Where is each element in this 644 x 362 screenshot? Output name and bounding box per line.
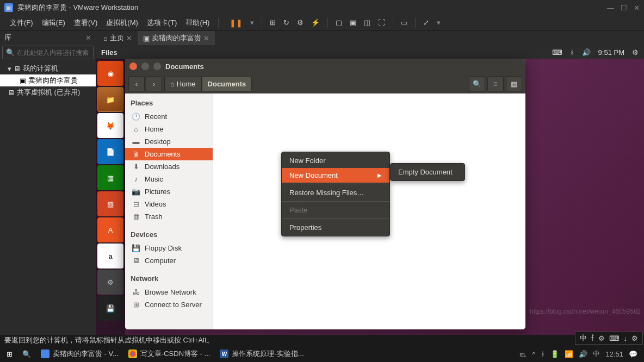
launcher-drive[interactable]: 💾: [97, 296, 123, 321]
minimize-button[interactable]: —: [607, 4, 614, 12]
list-view-button[interactable]: ≡: [487, 76, 504, 91]
menu-vm[interactable]: 虚拟机(M): [102, 18, 143, 28]
menu-edit[interactable]: 编辑(E): [38, 18, 70, 28]
expand-icon[interactable]: ▾: [8, 65, 11, 73]
close-tab-icon[interactable]: ✕: [126, 34, 132, 42]
sidebar-downloads[interactable]: ⬇Downloads: [125, 160, 213, 173]
launcher-dash[interactable]: ◉: [97, 61, 123, 86]
volume-icon[interactable]: 🔊: [582, 48, 591, 57]
sidebar-desktop[interactable]: ▬Desktop: [125, 135, 213, 148]
gear-icon[interactable]: ⚙: [632, 48, 639, 57]
search-button[interactable]: 🔍: [18, 346, 35, 361]
tray-battery-icon[interactable]: 🔋: [550, 350, 559, 358]
menu-file[interactable]: 文件(F): [5, 18, 38, 28]
sidebar-browse-network[interactable]: 🖧Browse Network: [125, 286, 213, 298]
taskbar-browser[interactable]: 写文章-CSDN博客 - ...: [124, 346, 215, 361]
sidebar-documents[interactable]: 🗎Documents: [125, 148, 213, 160]
clock[interactable]: 9:51 PM: [598, 48, 624, 57]
ime-icon[interactable]: ⚙: [631, 334, 638, 342]
unity-icon[interactable]: ◫: [364, 18, 370, 27]
tab-home[interactable]: ⌂ 主页 ✕: [98, 31, 138, 45]
search-button[interactable]: 🔍: [469, 76, 485, 91]
grid-view-button[interactable]: ▦: [506, 76, 522, 91]
maximize-button[interactable]: ☐: [621, 4, 627, 12]
ctx-new-folder[interactable]: New Folder: [282, 153, 389, 168]
tray-notifications-icon[interactable]: 💬: [629, 350, 637, 358]
path-home[interactable]: ⌂Home: [164, 77, 202, 91]
usb-icon[interactable]: ⚡: [311, 18, 320, 27]
back-button[interactable]: ‹: [128, 76, 145, 91]
sidebar-home[interactable]: ⌂Home: [125, 123, 213, 135]
single-window-icon[interactable]: ▢: [336, 18, 342, 27]
ime-tray[interactable]: 中 ḟ ⚙ ⌨ ↓ ⚙: [575, 332, 643, 345]
ubuntu-app-name[interactable]: Files: [101, 48, 117, 57]
snapshot-icon[interactable]: ⊞: [270, 18, 276, 27]
launcher-software[interactable]: A: [97, 217, 123, 242]
library-search[interactable]: 🔍 ▾: [2, 46, 94, 59]
launcher-settings[interactable]: ⚙: [97, 270, 123, 295]
sidebar-connect-server[interactable]: ⊞Connect to Server: [125, 298, 213, 311]
sidebar-pictures[interactable]: 📷Pictures: [125, 185, 213, 198]
tree-vm-selected[interactable]: ▣ 卖猪肉的李富贵: [0, 74, 96, 86]
tree-shared-vms[interactable]: 🖥 共享虚拟机 (已弃用): [0, 86, 96, 98]
taskbar-word[interactable]: W操作系统原理-实验指...: [215, 346, 308, 361]
launcher-impress[interactable]: ▧: [97, 191, 123, 216]
launcher-firefox[interactable]: 🦊: [97, 113, 123, 138]
fullscreen-icon[interactable]: ⛶: [378, 18, 385, 27]
start-button[interactable]: ⊞: [2, 346, 17, 361]
tray-icon[interactable]: ℡: [519, 350, 527, 358]
menu-tabs[interactable]: 选项卡(T): [143, 18, 182, 28]
window-minimize-button[interactable]: [141, 63, 149, 70]
keyboard-icon[interactable]: ⌨: [552, 48, 562, 57]
tab-vm[interactable]: ▣ 卖猪肉的李富贵 ✕: [138, 31, 215, 45]
tray-bluetooth-icon[interactable]: ᚼ: [541, 350, 545, 358]
console-icon[interactable]: ▭: [401, 18, 407, 27]
close-panel-icon[interactable]: ✕: [85, 34, 91, 42]
sidebar-computer[interactable]: 🖥Computer: [125, 254, 213, 267]
ime-icon[interactable]: ⚙: [598, 334, 605, 342]
ctx-restore-files[interactable]: Restore Missing Files…: [282, 185, 389, 200]
sidebar-floppy[interactable]: 💾Floppy Disk: [125, 242, 213, 254]
revert-icon[interactable]: ↻: [283, 18, 289, 27]
ctx-empty-document[interactable]: Empty Document: [391, 165, 465, 179]
word-icon: W: [220, 349, 228, 358]
forward-button[interactable]: ›: [146, 76, 162, 91]
ime-icon[interactable]: ḟ: [591, 334, 594, 342]
tray-up-icon[interactable]: ^: [532, 350, 535, 358]
ime-icon[interactable]: ⌨: [609, 334, 620, 342]
menu-help[interactable]: 帮助(H): [181, 18, 214, 28]
dropdown-icon[interactable]: ▾: [437, 18, 441, 27]
menu-view[interactable]: 查看(V): [70, 18, 102, 28]
dropdown-icon[interactable]: ▾: [250, 18, 254, 27]
launcher-files[interactable]: 📁: [97, 87, 123, 112]
close-button[interactable]: ✕: [634, 4, 640, 12]
window-maximize-button[interactable]: [153, 63, 161, 70]
ime-icon[interactable]: ↓: [624, 334, 628, 342]
sidebar-music[interactable]: ♪Music: [125, 173, 213, 185]
manage-snapshot-icon[interactable]: ⚙: [297, 18, 304, 27]
tray-ime-icon[interactable]: 中: [593, 349, 600, 359]
launcher-amazon[interactable]: a: [97, 244, 123, 269]
launcher-writer[interactable]: 📄: [97, 139, 123, 164]
path-current[interactable]: Documents: [202, 77, 252, 91]
stretch-icon[interactable]: ⤢: [423, 18, 429, 27]
pause-button[interactable]: ❚❚: [230, 18, 243, 27]
vm-display[interactable]: Files ⌨ ᚼ 🔊 9:51 PM ⚙ ◉ 📁 🦊 📄: [96, 46, 644, 335]
sidebar-videos[interactable]: ⊟Videos: [125, 198, 213, 210]
launcher-calc[interactable]: ▦: [97, 165, 123, 190]
ctx-properties[interactable]: Properties: [282, 220, 389, 235]
tray-volume-icon[interactable]: 🔊: [579, 350, 587, 358]
window-close-button[interactable]: [129, 63, 137, 70]
search-input[interactable]: [17, 49, 98, 57]
tray-area[interactable]: ℡ ^ ᚼ 🔋 📶 🔊 中 12:51 💬: [515, 346, 642, 361]
sidebar-recent[interactable]: 🕐Recent: [125, 110, 213, 123]
close-tab-icon[interactable]: ✕: [203, 34, 209, 42]
tray-clock[interactable]: 12:51: [605, 350, 623, 358]
ctx-new-document[interactable]: New Document▶: [282, 168, 389, 183]
sidebar-trash[interactable]: 🗑Trash: [125, 210, 213, 223]
bluetooth-icon[interactable]: ᚼ: [570, 48, 574, 57]
taskbar-vmware[interactable]: 卖猪肉的李富贵 - V...: [36, 346, 123, 361]
tree-my-computer[interactable]: ▾ 🖥 我的计算机: [0, 63, 96, 74]
tray-wifi-icon[interactable]: 📶: [565, 350, 573, 358]
multi-window-icon[interactable]: ▣: [350, 18, 356, 27]
